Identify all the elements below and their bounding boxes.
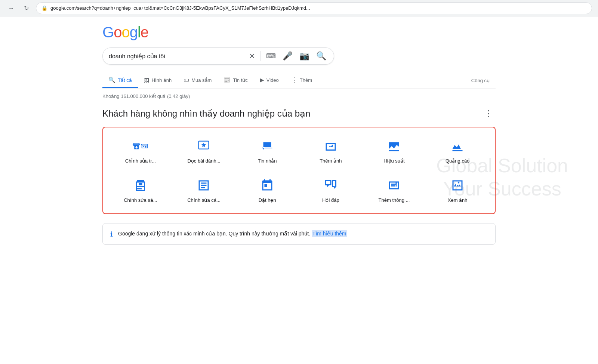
action-them-thong-tin[interactable]: Thêm thông ... [364,174,424,206]
tab-images[interactable]: 🖼 Hình ảnh [138,73,178,88]
action-hieu-suat[interactable]: Hiệu suất [364,135,424,167]
tab-images-label: Hình ảnh [152,77,172,83]
bag-icon [132,177,149,194]
trending-icon [386,138,402,154]
logo-letters: Google [102,24,148,41]
action-hoi-dap[interactable]: Hỏi đáp [301,174,361,206]
action-dat-hen[interactable]: Đặt hẹn [237,174,297,206]
action-chinh-sua-trang[interactable]: Chỉnh sửa tr... [111,135,170,167]
tab-all-icon: 🔍 [108,77,115,83]
tab-more-label: Thêm [300,77,312,83]
search-tabs: 🔍 Tất cả 🖼 Hình ảnh 🏷 Mua sắm 📰 Tin tức … [102,72,496,89]
action-chinh-sua-san-pham[interactable]: Chỉnh sửa sả... [111,174,170,206]
tab-all-label: Tất cả [118,77,132,83]
action-chinh-sua-trang-label: Chỉnh sửa tr... [125,158,156,164]
clear-button[interactable]: ✕ [247,50,257,62]
tab-news-label: Tin tức [233,77,247,83]
list-icon [195,177,212,194]
divider [261,51,261,61]
action-chinh-sua-catalog-label: Chỉnh sửa cá... [187,197,221,203]
action-chinh-sua-san-pham-label: Chỉnh sửa sả... [124,197,157,203]
tab-more[interactable]: ⋮ Thêm [285,72,318,89]
more-options-button[interactable]: ⋮ [481,107,496,120]
search-icon: 🔍 [316,51,326,61]
action-chinh-sua-catalog[interactable]: Chỉnh sửa cá... [174,174,234,206]
action-doc-bai-danh-gia[interactable]: Đọc bài đánh... [174,135,234,167]
action-them-anh-label: Thêm ảnh [320,158,342,164]
action-hoi-dap-label: Hỏi đáp [322,197,339,203]
star-review-icon [195,138,212,154]
actions-grid: Chỉnh sửa tr... Đọc bài đánh... [111,135,487,206]
view-photo-icon [449,177,466,194]
action-hieu-suat-label: Hiệu suất [383,158,404,164]
ads-icon [449,138,466,154]
tab-news-icon: 📰 [224,77,231,83]
keyboard-button[interactable]: ⌨ [265,50,277,62]
business-panel-header: Khách hàng không nhìn thấy doanh nghiệp … [102,107,496,120]
action-tin-nhan-label: Tin nhắn [258,158,277,164]
tab-shopping[interactable]: 🏷 Mua sắm [178,73,218,88]
tab-video-icon: ▶ [260,77,264,83]
actions-grid-wrapper: Chỉnh sửa tr... Đọc bài đánh... [102,127,496,214]
back-button[interactable]: → [6,3,16,13]
camera-icon: 📷 [299,51,309,61]
google-logo: Google [102,24,496,41]
qa-icon [323,177,339,194]
action-quang-cao[interactable]: Quảng cáo [428,135,487,167]
browser-chrome: → ↻ 🔒 google.com/search?q=doanh+nghiep+c… [0,0,598,16]
voice-search-button[interactable]: 🎤 [281,50,294,62]
tools-label[interactable]: Công cụ [465,74,496,87]
learn-more-link[interactable]: Tìm hiểu thêm [312,230,347,237]
url-bar[interactable]: 🔒 google.com/search?q=doanh+nghiep+cua+t… [36,2,592,14]
page-content: Google doanh nghiệp của tôi ✕ ⌨ 🎤 📷 🔍 [93,16,505,252]
tab-all[interactable]: 🔍 Tất cả [102,73,138,88]
business-panel: Khách hàng không nhìn thấy doanh nghiệp … [102,107,496,214]
more-icon: ⋮ [291,76,298,84]
tab-news[interactable]: 📰 Tin tức [218,73,253,88]
action-them-anh[interactable]: Thêm ảnh [301,135,361,167]
lens-button[interactable]: 📷 [298,50,311,62]
store-icon [132,138,149,154]
action-doc-bai-danh-gia-label: Đọc bài đánh... [187,158,220,164]
search-submit-button[interactable]: 🔍 [315,50,328,62]
results-info: Khoảng 161.000.000 kết quả (0,42 giây) [102,93,496,99]
message-icon [259,138,275,154]
business-panel-title: Khách hàng không nhìn thấy doanh nghiệp … [102,108,310,119]
action-them-thong-tin-label: Thêm thông ... [379,197,410,203]
action-dat-hen-label: Đặt hẹn [259,197,276,203]
search-bar: doanh nghiệp của tôi ✕ ⌨ 🎤 📷 🔍 [102,47,334,65]
microphone-icon: 🎤 [283,51,293,61]
tab-images-icon: 🖼 [144,77,150,83]
search-bar-container: doanh nghiệp của tôi ✕ ⌨ 🎤 📷 🔍 [102,47,496,65]
tab-shopping-label: Mua sắm [191,77,212,83]
search-input[interactable]: doanh nghiệp của tôi [109,53,244,59]
action-xem-anh[interactable]: Xem ảnh [428,174,487,206]
action-quang-cao-label: Quảng cáo [446,158,469,164]
lock-icon: 🔒 [41,5,47,11]
action-tin-nhan[interactable]: Tin nhắn [237,135,297,167]
info-box: ℹ Google đang xử lý thông tin xác minh c… [102,223,496,245]
info-icon: ℹ [110,230,113,238]
add-photo-icon [323,138,339,154]
info-text: Google đang xử lý thông tin xác minh của… [118,229,347,238]
tab-video-label: Video [266,77,279,83]
clear-icon: ✕ [249,52,255,61]
tab-shopping-icon: 🏷 [184,77,189,83]
url-text: google.com/search?q=doanh+nghiep+cua+toi… [50,5,586,11]
tab-video[interactable]: ▶ Video [254,73,285,88]
reload-button[interactable]: ↻ [21,3,31,13]
add-info-icon [386,177,402,194]
action-xem-anh-label: Xem ảnh [448,197,468,203]
keyboard-icon: ⌨ [266,52,276,60]
calendar-icon [259,177,275,194]
